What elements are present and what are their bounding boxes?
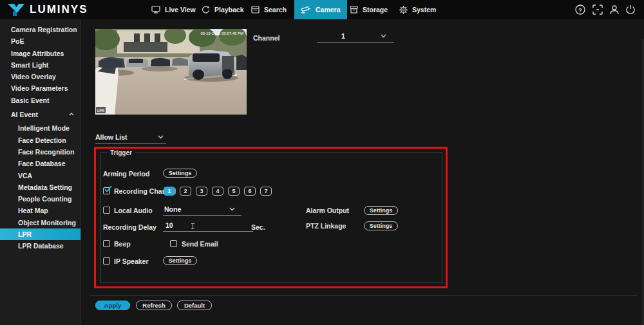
recording-channel-checkbox[interactable] bbox=[103, 187, 110, 194]
sidebar-item-basic-event[interactable]: Basic Event bbox=[0, 95, 80, 106]
recording-delay-value: 10 bbox=[166, 221, 173, 229]
beep-label: Beep bbox=[114, 240, 131, 248]
tab-label: Playback bbox=[214, 6, 244, 14]
tab-label: Storage bbox=[363, 6, 388, 14]
default-button[interactable]: Default bbox=[177, 301, 212, 310]
ip-speaker-settings-button[interactable]: Settings bbox=[163, 256, 197, 265]
sidebar-item-camera-registration[interactable]: Camera Registration bbox=[0, 24, 80, 35]
sidebar-item-lpr-database[interactable]: LPR Database bbox=[0, 240, 80, 252]
ip-speaker-label: IP Speaker bbox=[114, 257, 149, 265]
local-audio-label: Local Audio bbox=[114, 207, 153, 214]
trigger-group: Trigger bbox=[100, 153, 442, 283]
arming-period-label: Arming Period bbox=[103, 170, 149, 178]
main-content: 05-15-2025 05:57:45 PM LPR Channel 1 All… bbox=[82, 19, 644, 325]
chevron-down-icon bbox=[229, 207, 235, 211]
gear-icon bbox=[399, 6, 408, 14]
channel-select[interactable]: 1 bbox=[317, 32, 394, 43]
recording-delay-unit: Sec. bbox=[251, 223, 265, 231]
alarm-output-label: Alarm Output bbox=[306, 207, 349, 214]
video-timestamp: 05-15-2025 05:57:45 PM bbox=[201, 32, 243, 35]
sidebar-item-metadata-setting[interactable]: Metadata Setting bbox=[0, 181, 80, 193]
sidebar-item-label: AI Event bbox=[11, 111, 38, 118]
beep-checkbox[interactable] bbox=[103, 240, 110, 247]
search-folder-icon bbox=[251, 6, 260, 14]
top-bar: LUMINYS Live View Playback Search bbox=[0, 0, 644, 19]
channel-button-1[interactable]: 1 bbox=[164, 187, 175, 196]
vertical-scrollbar[interactable] bbox=[641, 39, 644, 325]
recording-delay-input[interactable]: 10 bbox=[163, 221, 253, 232]
luminys-logo-icon bbox=[6, 3, 26, 17]
svg-text:?: ? bbox=[578, 6, 582, 14]
tab-storage[interactable]: Storage bbox=[343, 0, 394, 19]
sidebar-item-video-overlay[interactable]: Video Overlay bbox=[0, 71, 80, 82]
channel-label: Channel bbox=[253, 34, 279, 42]
camera-icon bbox=[301, 6, 311, 14]
sidebar-item-image-attributes[interactable]: Image Attributes bbox=[0, 48, 80, 59]
tab-playback[interactable]: Playback bbox=[195, 0, 251, 19]
refresh-button[interactable]: Refresh bbox=[136, 301, 172, 310]
ip-speaker-checkbox[interactable] bbox=[103, 257, 110, 265]
chevron-down-icon bbox=[381, 34, 386, 38]
video-preview[interactable]: 05-15-2025 05:57:45 PM LPR bbox=[95, 29, 247, 115]
send-email-checkbox[interactable] bbox=[170, 240, 177, 247]
channel-value: 1 bbox=[341, 32, 345, 40]
alarm-output-settings-button[interactable]: Settings bbox=[364, 206, 398, 215]
ptz-linkage-label: PTZ Linkage bbox=[306, 222, 346, 230]
brand-logo: LUMINYS bbox=[6, 0, 88, 19]
chevron-down-icon bbox=[158, 135, 164, 139]
apply-button[interactable]: Apply bbox=[95, 301, 130, 310]
monitor-icon bbox=[151, 6, 160, 14]
checkmark-icon bbox=[104, 185, 113, 193]
power-icon[interactable] bbox=[625, 5, 636, 15]
sidebar: Camera Registration PoE Image Attributes… bbox=[0, 19, 81, 325]
sidebar-item-ai-event[interactable]: AI Event bbox=[0, 109, 80, 120]
local-audio-select[interactable]: None bbox=[163, 205, 242, 216]
tab-search[interactable]: Search bbox=[245, 0, 293, 19]
local-audio-value: None bbox=[164, 205, 181, 213]
allow-list-select[interactable]: Allow List bbox=[95, 133, 166, 144]
tab-label: Camera bbox=[316, 6, 341, 14]
storage-icon bbox=[350, 6, 358, 14]
sidebar-item-face-recognition[interactable]: Face Recognition bbox=[0, 146, 80, 158]
sidebar-item-smart-light[interactable]: Smart Light bbox=[0, 59, 80, 71]
luminys-app: LUMINYS Live View Playback Search bbox=[0, 0, 644, 325]
parking-lot-scene: 05-15-2025 05:57:45 PM LPR bbox=[95, 29, 247, 115]
channel-button-6[interactable]: 6 bbox=[244, 187, 256, 196]
sidebar-item-face-database[interactable]: Face Database bbox=[0, 158, 80, 169]
tab-label: System bbox=[412, 6, 436, 14]
trigger-legend: Trigger bbox=[107, 149, 135, 156]
recording-delay-label: Recording Delay bbox=[103, 223, 156, 231]
sidebar-item-heat-map[interactable]: Heat Map bbox=[0, 205, 80, 216]
channel-button-4[interactable]: 4 bbox=[212, 187, 223, 196]
channel-button-7[interactable]: 7 bbox=[260, 187, 272, 196]
sidebar-item-video-parameters[interactable]: Video Parameters bbox=[0, 82, 80, 94]
user-icon[interactable] bbox=[609, 5, 620, 15]
tab-live-view[interactable]: Live View bbox=[145, 0, 202, 19]
tab-label: Search bbox=[264, 6, 287, 14]
sidebar-item-people-counting[interactable]: People Counting bbox=[0, 193, 80, 205]
help-icon[interactable]: ? bbox=[575, 5, 585, 15]
ptz-linkage-settings-button[interactable]: Settings bbox=[364, 221, 398, 230]
arming-period-settings-button[interactable]: Settings bbox=[163, 169, 197, 178]
sidebar-item-vca[interactable]: VCA bbox=[0, 170, 80, 181]
tab-camera[interactable]: Camera bbox=[294, 0, 347, 19]
send-email-label: Send Email bbox=[182, 240, 218, 248]
channel-button-3[interactable]: 3 bbox=[196, 187, 207, 196]
fullscreen-scan-icon[interactable] bbox=[592, 5, 603, 15]
sidebar-item-face-detection[interactable]: Face Detection bbox=[0, 135, 80, 146]
brand-name: LUMINYS bbox=[30, 3, 88, 16]
tab-label: Live View bbox=[165, 6, 196, 14]
text-cursor-icon bbox=[193, 223, 193, 229]
tab-system[interactable]: System bbox=[393, 0, 442, 19]
channel-button-2[interactable]: 2 bbox=[180, 187, 191, 196]
local-audio-checkbox[interactable] bbox=[103, 207, 110, 214]
sidebar-item-lpr[interactable]: LPR bbox=[0, 228, 80, 240]
footer-divider bbox=[90, 295, 638, 296]
allow-list-value: Allow List bbox=[95, 133, 128, 141]
chevron-up-icon bbox=[69, 113, 74, 116]
channel-button-5[interactable]: 5 bbox=[228, 187, 240, 196]
sidebar-item-intelligent-mode[interactable]: Intelligent Mode bbox=[0, 122, 80, 134]
sidebar-item-object-monitoring[interactable]: Object Monitoring bbox=[0, 217, 80, 228]
playback-icon bbox=[202, 6, 210, 14]
sidebar-item-poe[interactable]: PoE bbox=[0, 35, 80, 47]
